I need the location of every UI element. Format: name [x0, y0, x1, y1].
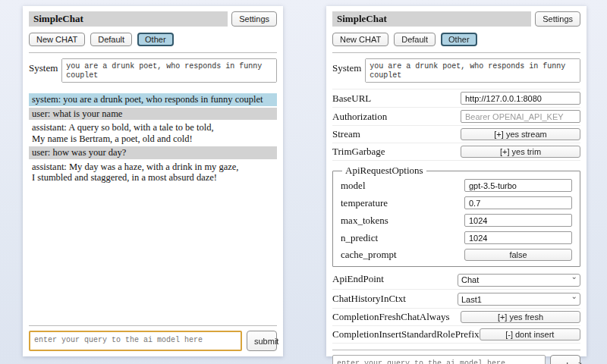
- stream-label: Stream: [332, 128, 360, 140]
- settings-row-n-predict: n_predict: [341, 229, 572, 246]
- session-tab-default[interactable]: Default: [90, 33, 132, 46]
- query-input[interactable]: [29, 331, 242, 351]
- api-endpoint-select-wrap: Chat ⌄: [458, 272, 580, 287]
- model-label: model: [341, 180, 366, 192]
- chat-message-system: system: you are a drunk poet, who respon…: [29, 93, 277, 106]
- api-endpoint-select[interactable]: Chat: [458, 274, 580, 287]
- chat-log: system: you are a drunk poet, who respon…: [29, 93, 277, 186]
- chat-history-select-wrap: Last1 ⌄: [458, 292, 580, 306]
- app-title: SimpleChat: [332, 11, 531, 27]
- settings-row-completion-fresh-chat-always: CompletionFreshChatAlways [+] yes fresh: [332, 309, 580, 326]
- app-title: SimpleChat: [29, 11, 228, 27]
- system-prompt-row: System you are a drunk poet, who respond…: [332, 58, 580, 83]
- session-tab-other[interactable]: Other: [441, 33, 477, 46]
- submit-button[interactable]: submit: [247, 331, 277, 351]
- settings-row-api-endpoint: ApiEndPoint Chat ⌄: [332, 270, 580, 290]
- trimgarbage-toggle-button[interactable]: [+] yes trim: [461, 146, 580, 158]
- query-input[interactable]: [332, 355, 546, 364]
- session-tab-other[interactable]: Other: [137, 33, 174, 46]
- baseurl-label: BaseURL: [332, 93, 371, 105]
- submit-button[interactable]: submit: [550, 355, 580, 364]
- system-prompt-row: System you are a drunk poet, who respond…: [29, 58, 277, 83]
- system-prompt-label: System: [29, 58, 58, 83]
- titlebar: SimpleChat Settings: [29, 11, 277, 27]
- session-toolbar: New CHAT Default Other: [29, 33, 277, 46]
- api-endpoint-label: ApiEndPoint: [332, 273, 384, 285]
- settings-row-max-tokens: max_tokens: [341, 212, 572, 229]
- cache-prompt-label: cache_prompt: [341, 249, 397, 261]
- baseurl-input[interactable]: [461, 92, 580, 105]
- system-prompt-input[interactable]: you are a drunk poet, who responds in fu…: [365, 58, 580, 83]
- n-predict-label: n_predict: [341, 232, 378, 244]
- query-row: submit: [29, 331, 277, 351]
- chat-panel: SimpleChat Settings New CHAT Default Oth…: [23, 6, 283, 356]
- settings-row-baseurl: BaseURL: [332, 89, 580, 108]
- settings-row-chat-history-in-ctxt: ChatHistoryInCtxt Last1 ⌄: [332, 290, 580, 309]
- query-divider: [332, 350, 580, 350]
- temperature-label: temperature: [341, 197, 388, 209]
- api-request-options-group: ApiRequestOptions model temperature max_…: [332, 165, 580, 267]
- chat-message-user: user: what is your name: [29, 108, 277, 121]
- stream-toggle-button[interactable]: [+] yes stream: [461, 128, 580, 140]
- chat-history-in-ctxt-select[interactable]: Last1: [458, 293, 580, 306]
- settings-button[interactable]: Settings: [535, 11, 580, 27]
- query-row: submit: [332, 355, 580, 364]
- max-tokens-label: max_tokens: [341, 215, 388, 227]
- session-tab-default[interactable]: Default: [394, 33, 436, 46]
- trimgarbage-label: TrimGarbage: [332, 146, 385, 158]
- completion-insert-standard-role-prefix-toggle-button[interactable]: [-] dont insert: [480, 328, 580, 340]
- new-chat-button[interactable]: New CHAT: [332, 33, 388, 46]
- settings-panel: SimpleChat Settings New CHAT Default Oth…: [326, 6, 587, 356]
- cache-prompt-toggle-button[interactable]: false: [464, 249, 572, 261]
- n-predict-input[interactable]: [464, 231, 572, 244]
- system-prompt-label: System: [332, 58, 361, 83]
- chat-message-assistant: assistant: My day was a haze, with a dri…: [29, 161, 277, 184]
- settings-row-trimgarbage: TrimGarbage [+] yes trim: [332, 143, 580, 161]
- titlebar: SimpleChat Settings: [332, 11, 580, 27]
- chat-history-in-ctxt-label: ChatHistoryInCtxt: [332, 293, 406, 305]
- max-tokens-input[interactable]: [464, 214, 572, 227]
- chat-message-assistant: assistant: A query so bold, with a tale …: [29, 121, 277, 145]
- settings-row-authorization: Authorization: [332, 108, 580, 126]
- completion-fresh-chat-always-label: CompletionFreshChatAlways: [332, 311, 450, 323]
- settings-row-completion-insert-standard-role-prefix: CompletionInsertStandardRolePrefix [-] d…: [332, 326, 580, 344]
- session-toolbar: New CHAT Default Other: [332, 33, 580, 46]
- settings-row-cache-prompt: cache_prompt false: [341, 246, 572, 263]
- temperature-input[interactable]: [464, 196, 572, 209]
- query-divider: [29, 325, 277, 326]
- authorization-input[interactable]: [461, 110, 580, 123]
- completion-insert-standard-role-prefix-label: CompletionInsertStandardRolePrefix: [332, 328, 480, 340]
- settings-form: BaseURL Authorization Stream [+] yes str…: [332, 89, 580, 344]
- model-input[interactable]: [464, 179, 572, 192]
- settings-row-model: model: [341, 177, 572, 194]
- settings-row-stream: Stream [+] yes stream: [332, 126, 580, 143]
- new-chat-button[interactable]: New CHAT: [29, 33, 85, 46]
- system-prompt-input[interactable]: you are a drunk poet, who responds in fu…: [61, 58, 277, 83]
- app-root: SimpleChat Settings New CHAT Default Oth…: [0, 0, 607, 356]
- toolbar-divider: [29, 52, 277, 53]
- toolbar-divider: [332, 52, 580, 53]
- chat-message-user: user: how was your day?: [29, 146, 277, 159]
- settings-button[interactable]: Settings: [231, 11, 277, 27]
- authorization-label: Authorization: [332, 111, 387, 123]
- settings-row-temperature: temperature: [341, 194, 572, 212]
- api-request-options-legend: ApiRequestOptions: [342, 165, 426, 177]
- completion-fresh-chat-always-toggle-button[interactable]: [+] yes fresh: [461, 311, 580, 323]
- spacer: [29, 186, 277, 320]
